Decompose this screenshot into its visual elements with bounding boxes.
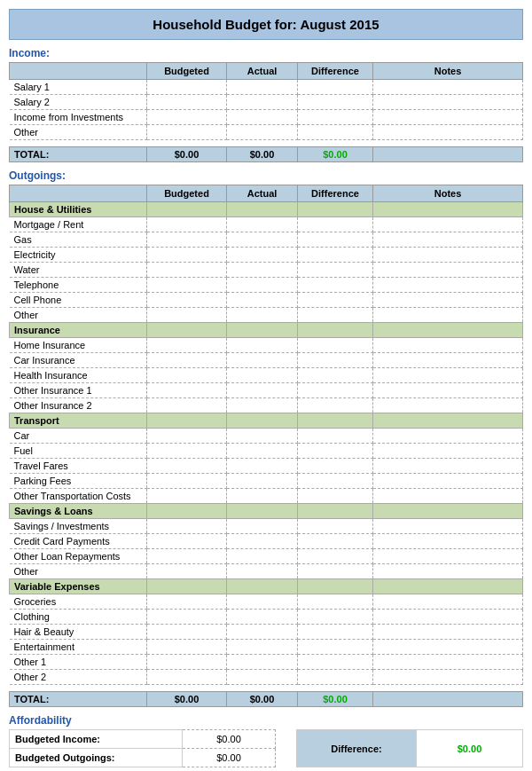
table-row: Savings / Investments (10, 519, 523, 534)
outgoings-col-notes: Notes (373, 185, 523, 202)
income-row-investments: Income from Investments (10, 110, 147, 125)
category-house-diff (298, 202, 373, 217)
category-house: House & Utilities (10, 202, 523, 217)
income-spacer-row (10, 140, 523, 147)
table-row: Mortgage / Rent (10, 217, 523, 232)
table-row: Income from Investments (10, 110, 523, 125)
income-salary1-budgeted[interactable] (147, 80, 227, 95)
income-row-other: Other (10, 125, 147, 140)
outgoings-table: Budgeted Actual Difference Notes House &… (9, 185, 523, 707)
afford-budgeted-income-row: Budgeted Income: $0.00 Difference: $0.00 (10, 730, 523, 749)
income-table: Budgeted Actual Difference Notes Salary … (9, 62, 523, 162)
afford-budgeted-outgoings-label: Budgeted Outgoings: (10, 749, 183, 767)
income-salary2-notes[interactable] (373, 95, 523, 110)
income-header-row: Budgeted Actual Difference Notes (10, 63, 523, 80)
affordability-section-title: Affordability (9, 714, 523, 727)
table-row: Salary 2 (10, 95, 523, 110)
category-variable-label: Variable Expenses (10, 579, 147, 594)
table-row: Parking Fees (10, 474, 523, 489)
table-row: Credit Card Payments (10, 534, 523, 549)
table-row: Travel Fares (10, 459, 523, 474)
income-total-budgeted: $0.00 (147, 147, 227, 162)
income-row-salary1: Salary 1 (10, 80, 147, 95)
income-salary2-diff (298, 95, 373, 110)
table-row: Other (10, 564, 523, 579)
income-salary1-diff (298, 80, 373, 95)
afford-budgeted-income-value[interactable]: $0.00 (183, 730, 276, 749)
income-col-actual: Actual (227, 63, 298, 80)
afford-budgeted-outgoings-value[interactable]: $0.00 (183, 749, 276, 767)
income-col-budgeted: Budgeted (147, 63, 227, 80)
table-row: Cell Phone (10, 293, 523, 308)
outgoings-col-actual: Actual (227, 185, 298, 202)
afford-budgeted-diff-value: $0.00 (417, 730, 523, 767)
income-investments-actual[interactable] (227, 110, 298, 125)
income-col-notes: Notes (373, 63, 523, 80)
outgoings-col-diff: Difference (298, 185, 373, 202)
income-col-diff: Difference (298, 63, 373, 80)
outgoings-section-title: Outgoings: (9, 169, 523, 182)
table-row: Other Loan Repayments (10, 549, 523, 564)
income-row-salary2: Salary 2 (10, 95, 147, 110)
table-row: Groceries (10, 594, 523, 610)
page-title: Household Budget for: August 2015 (9, 9, 523, 40)
income-investments-diff (298, 110, 373, 125)
income-total-notes (373, 147, 523, 162)
category-house-label: House & Utilities (10, 202, 147, 217)
category-savings-label: Savings & Loans (10, 504, 147, 519)
outgoings-total-diff: $0.00 (298, 692, 373, 707)
category-insurance: Insurance (10, 323, 523, 338)
table-row: Clothing (10, 610, 523, 625)
afford-budgeted-diff-label: Difference: (297, 730, 417, 767)
category-house-budgeted (147, 202, 227, 217)
outgoings-col-budgeted: Budgeted (147, 185, 227, 202)
outgoings-spacer-row (10, 685, 523, 692)
outgoings-total-budgeted: $0.00 (147, 692, 227, 707)
table-row: Other Insurance 1 (10, 383, 523, 398)
table-row: Other (10, 308, 523, 323)
income-salary2-budgeted[interactable] (147, 95, 227, 110)
table-row: Other (10, 125, 523, 140)
table-row: Water (10, 263, 523, 278)
table-row: Other 2 (10, 670, 523, 685)
income-total-diff: $0.00 (298, 147, 373, 162)
income-total-actual: $0.00 (227, 147, 298, 162)
income-salary1-actual[interactable] (227, 80, 298, 95)
outgoings-total-row: TOTAL: $0.00 $0.00 $0.00 (10, 692, 523, 707)
income-salary1-notes[interactable] (373, 80, 523, 95)
table-row: Salary 1 (10, 80, 523, 95)
table-row: Electricity (10, 248, 523, 263)
category-insurance-label: Insurance (10, 323, 147, 338)
category-house-notes (373, 202, 523, 217)
income-other-actual[interactable] (227, 125, 298, 140)
table-row: Telephone (10, 278, 523, 293)
table-row: Gas (10, 232, 523, 248)
afford-spacer (10, 767, 523, 772)
income-total-label: TOTAL: (10, 147, 147, 162)
table-row: Car (10, 429, 523, 444)
outgoings-total-label: TOTAL: (10, 692, 147, 707)
table-row: Entertainment (10, 640, 523, 655)
category-savings: Savings & Loans (10, 504, 523, 519)
income-other-diff (298, 125, 373, 140)
income-salary2-actual[interactable] (227, 95, 298, 110)
table-row: Other 1 (10, 655, 523, 670)
table-row: Car Insurance (10, 353, 523, 368)
outgoings-header-row: Budgeted Actual Difference Notes (10, 185, 523, 202)
category-transport: Transport (10, 413, 523, 429)
income-other-budgeted[interactable] (147, 125, 227, 140)
table-row: Hair & Beauty (10, 625, 523, 640)
income-total-row: TOTAL: $0.00 $0.00 $0.00 (10, 147, 523, 162)
table-row: Fuel (10, 444, 523, 459)
category-transport-label: Transport (10, 413, 147, 429)
table-row: Other Insurance 2 (10, 398, 523, 413)
income-other-notes[interactable] (373, 125, 523, 140)
table-row: Home Insurance (10, 338, 523, 353)
table-row: Health Insurance (10, 368, 523, 383)
income-investments-budgeted[interactable] (147, 110, 227, 125)
income-investments-notes[interactable] (373, 110, 523, 125)
category-variable: Variable Expenses (10, 579, 523, 594)
outgoings-total-notes (373, 692, 523, 707)
outgoings-col-label (10, 185, 147, 202)
afford-budgeted-income-label: Budgeted Income: (10, 730, 183, 749)
